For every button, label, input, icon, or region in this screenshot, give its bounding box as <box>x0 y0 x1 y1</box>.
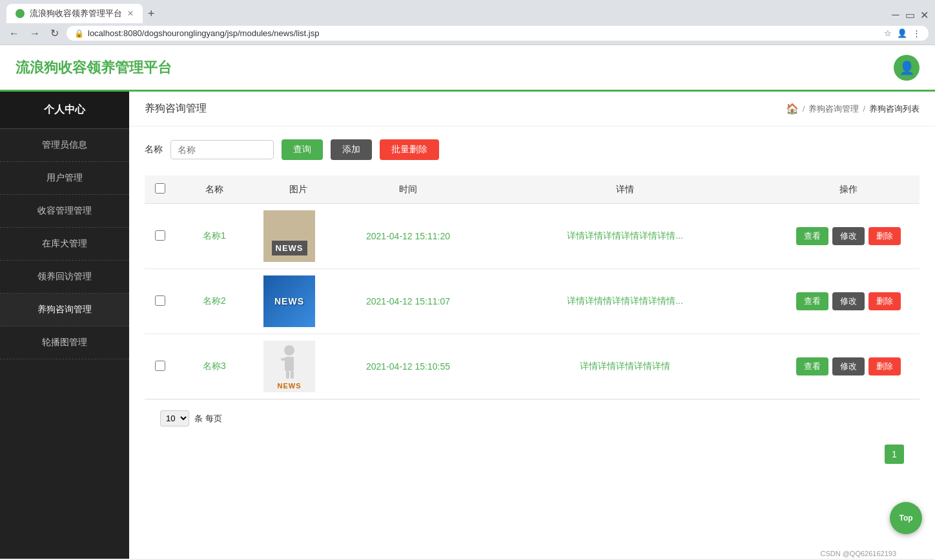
select-all-checkbox[interactable] <box>155 183 165 194</box>
account-icon[interactable]: 👤 <box>897 28 907 38</box>
main-header: 养狗咨询管理 🏠 / 养狗咨询管理 / 养狗咨询列表 <box>129 92 935 126</box>
col-name: 名称 <box>176 175 253 204</box>
svg-point-0 <box>284 345 294 355</box>
col-time: 时间 <box>344 175 473 204</box>
back-to-top-button[interactable]: Top <box>890 502 922 534</box>
svg-rect-3 <box>286 371 289 379</box>
window-controls: ─ ▭ ✕ <box>891 9 929 18</box>
action-group: 查看 修改 删除 <box>788 292 909 310</box>
back-button[interactable]: ← <box>6 26 22 41</box>
breadcrumb-sep-1: / <box>803 104 805 114</box>
search-input[interactable] <box>170 140 274 159</box>
action-group: 查看 修改 删除 <box>788 357 909 375</box>
delete-button[interactable]: 删除 <box>868 357 901 375</box>
breadcrumb-home-icon[interactable]: 🏠 <box>786 103 799 115</box>
tab-favicon <box>15 9 25 18</box>
app-body: 个人中心 管理员信息 用户管理 收容管理管理 在库犬管理 领养回访管理 养狗咨询… <box>0 92 935 559</box>
table-row: 名称3 NEWS <box>145 334 920 399</box>
forward-button[interactable]: → <box>27 26 43 41</box>
item-detail: 详情详情详情详情详情详情... <box>567 230 683 241</box>
per-page-select[interactable]: 10 20 50 <box>160 410 189 426</box>
batch-delete-button[interactable]: 批量删除 <box>380 139 439 160</box>
tab-title: 流浪狗收容领养管理平台 <box>30 8 122 19</box>
maximize-button[interactable]: ▭ <box>905 9 914 18</box>
col-img: 图片 <box>253 175 344 204</box>
view-button[interactable]: 查看 <box>796 357 828 375</box>
delete-button[interactable]: 删除 <box>868 227 901 245</box>
close-button[interactable]: ✕ <box>920 9 929 18</box>
star-icon[interactable]: ☆ <box>884 28 892 38</box>
app-header: 流浪狗收容领养管理平台 👤 <box>0 45 935 92</box>
pagination-bar: 10 20 50 条 每页 <box>145 399 920 437</box>
edit-button[interactable]: 修改 <box>832 227 865 245</box>
breadcrumb-item-1[interactable]: 养狗咨询管理 <box>808 103 859 115</box>
item-name[interactable]: 名称3 <box>203 361 226 371</box>
data-table: 名称 图片 时间 详情 操作 名称1 NEWS <box>145 175 920 399</box>
item-name[interactable]: 名称2 <box>203 295 226 306</box>
view-button[interactable]: 查看 <box>796 292 828 310</box>
col-action: 操作 <box>777 175 920 204</box>
item-name[interactable]: 名称1 <box>203 230 226 241</box>
lock-icon: 🔒 <box>74 29 84 38</box>
item-detail: 详情详情详情详情详情 <box>580 361 670 371</box>
delete-button[interactable]: 删除 <box>868 292 901 310</box>
sidebar: 个人中心 管理员信息 用户管理 收容管理管理 在库犬管理 领养回访管理 养狗咨询… <box>0 92 129 559</box>
add-button[interactable]: 添加 <box>331 139 372 160</box>
avatar-icon: 👤 <box>899 60 915 75</box>
news3-figure-svg <box>273 344 305 383</box>
page-title: 养狗咨询管理 <box>145 102 207 115</box>
address-actions: ☆ 👤 ⋮ <box>884 28 921 38</box>
browser-chrome: 流浪狗收容领养管理平台 ✕ + ─ ▭ ✕ ← → ↻ 🔒 localhost:… <box>0 0 935 45</box>
item-time: 2021-04-12 15:11:07 <box>366 296 450 306</box>
browser-titlebar: 流浪狗收容领养管理平台 ✕ + ─ ▭ ✕ <box>0 0 935 23</box>
app-title: 流浪狗收容领养管理平台 <box>15 58 172 77</box>
breadcrumb: 🏠 / 养狗咨询管理 / 养狗咨询列表 <box>786 103 920 115</box>
per-page-label: 条 每页 <box>194 413 222 425</box>
search-label: 名称 <box>145 144 163 155</box>
page-1-button[interactable]: 1 <box>885 445 904 464</box>
item-image-1: NEWS <box>263 210 315 262</box>
sidebar-item-dog-mgmt[interactable]: 在库犬管理 <box>0 228 129 261</box>
refresh-button[interactable]: ↻ <box>48 26 61 41</box>
sidebar-item-admin-info[interactable]: 管理员信息 <box>0 129 129 162</box>
row-checkbox[interactable] <box>155 295 165 306</box>
item-image-3: NEWS <box>263 341 315 392</box>
sidebar-item-shelter-mgmt[interactable]: 收容管理管理 <box>0 195 129 228</box>
edit-button[interactable]: 修改 <box>832 357 865 375</box>
item-image-2: NEWS <box>263 275 315 327</box>
svg-rect-4 <box>291 371 294 379</box>
watermark: CSDN @QQ626162193 <box>820 550 896 557</box>
pagination: 1 <box>145 437 920 472</box>
img2-text: NEWS <box>274 296 304 306</box>
url-text: localhost:8080/dogshouronglingyang/jsp/m… <box>88 28 880 38</box>
sidebar-item-adoption-mgmt[interactable]: 领养回访管理 <box>0 261 129 294</box>
col-detail: 详情 <box>473 175 777 204</box>
new-tab-button[interactable]: + <box>148 7 155 21</box>
item-detail: 详情详情情详情详情详情情... <box>567 295 683 306</box>
img3-text: NEWS <box>278 382 302 390</box>
address-box[interactable]: 🔒 localhost:8080/dogshouronglingyang/jsp… <box>67 26 929 41</box>
view-button[interactable]: 查看 <box>796 227 828 245</box>
search-bar: 名称 查询 添加 批量删除 <box>145 139 920 160</box>
svg-rect-2 <box>281 358 287 361</box>
query-button[interactable]: 查询 <box>282 139 323 160</box>
row-checkbox[interactable] <box>155 230 165 241</box>
sidebar-item-news-mgmt[interactable]: 养狗咨询管理 <box>0 294 129 326</box>
item-time: 2021-04-12 15:11:20 <box>366 231 450 241</box>
tab-close-btn[interactable]: ✕ <box>127 9 134 18</box>
table-row: 名称1 NEWS 2021-04-12 15:11:20 详情详情详情详情详情详… <box>145 204 920 269</box>
row-checkbox[interactable] <box>155 361 165 371</box>
menu-icon[interactable]: ⋮ <box>912 28 921 38</box>
breadcrumb-sep-2: / <box>863 104 865 114</box>
edit-button[interactable]: 修改 <box>832 292 865 310</box>
user-avatar[interactable]: 👤 <box>894 55 920 81</box>
item-time: 2021-04-12 15:10:55 <box>366 361 450 372</box>
img1-text: NEWS <box>272 241 307 255</box>
action-group: 查看 修改 删除 <box>788 227 909 245</box>
breadcrumb-current: 养狗咨询列表 <box>869 103 920 115</box>
sidebar-item-banner-mgmt[interactable]: 轮播图管理 <box>0 326 129 359</box>
minimize-button[interactable]: ─ <box>891 9 900 18</box>
sidebar-header: 个人中心 <box>0 92 129 129</box>
browser-tab[interactable]: 流浪狗收容领养管理平台 ✕ <box>6 4 143 23</box>
sidebar-item-user-mgmt[interactable]: 用户管理 <box>0 162 129 195</box>
